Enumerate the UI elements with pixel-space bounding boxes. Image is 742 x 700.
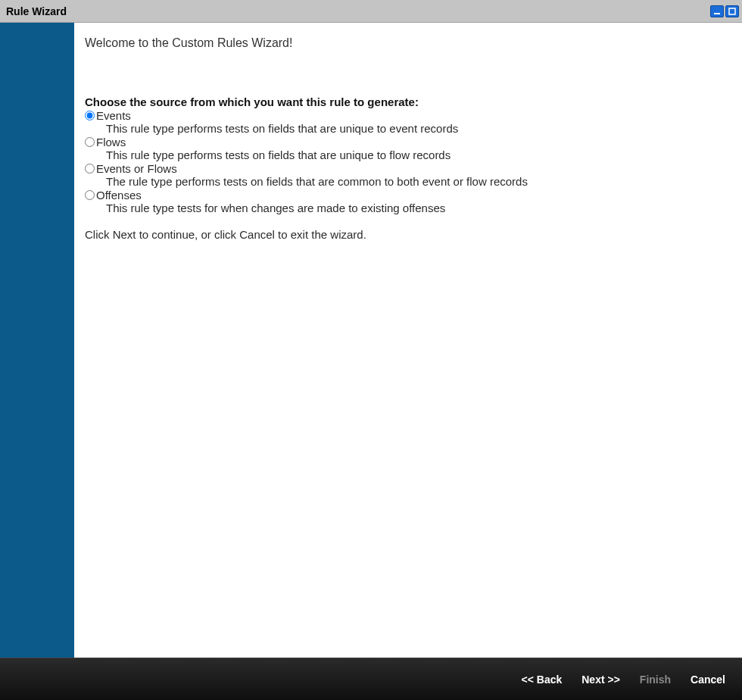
next-button[interactable]: Next >> xyxy=(581,673,620,686)
label-offenses: Offenses xyxy=(96,189,142,202)
desc-events: This rule type performs tests on fields … xyxy=(85,122,733,135)
window-controls xyxy=(710,5,739,17)
minimize-button[interactable] xyxy=(710,5,724,17)
label-flows: Flows xyxy=(96,136,126,148)
window-title: Rule Wizard xyxy=(6,5,67,17)
main-area: Welcome to the Custom Rules Wizard! Choo… xyxy=(0,23,742,658)
maximize-icon xyxy=(728,8,736,15)
label-events-or-flows: Events or Flows xyxy=(96,162,177,175)
option-flows[interactable]: Flows xyxy=(85,136,733,148)
svg-rect-1 xyxy=(729,8,735,14)
svg-rect-0 xyxy=(714,13,720,14)
cancel-button[interactable]: Cancel xyxy=(691,673,725,686)
radio-events[interactable] xyxy=(85,111,95,120)
desc-offenses: This rule type tests for when changes ar… xyxy=(85,202,733,214)
welcome-text: Welcome to the Custom Rules Wizard! xyxy=(85,36,733,50)
radio-events-or-flows[interactable] xyxy=(85,164,95,173)
option-events-or-flows[interactable]: Events or Flows xyxy=(85,162,733,175)
wizard-content: Welcome to the Custom Rules Wizard! Choo… xyxy=(74,23,742,658)
instruction-text: Choose the source from which you want th… xyxy=(85,95,733,108)
minimize-icon xyxy=(713,8,721,15)
wizard-sidebar xyxy=(0,23,74,658)
label-events: Events xyxy=(96,109,131,122)
desc-flows: This rule type performs tests on fields … xyxy=(85,148,733,161)
finish-button: Finish xyxy=(640,673,671,686)
continue-text: Click Next to continue, or click Cancel … xyxy=(85,228,733,241)
radio-offenses[interactable] xyxy=(85,190,95,200)
back-button[interactable]: << Back xyxy=(522,673,563,686)
maximize-button[interactable] xyxy=(725,5,739,17)
title-bar: Rule Wizard xyxy=(0,0,742,23)
option-events[interactable]: Events xyxy=(85,109,733,122)
option-offenses[interactable]: Offenses xyxy=(85,189,733,202)
radio-flows[interactable] xyxy=(85,137,95,147)
desc-events-or-flows: The rule type performs tests on fields t… xyxy=(85,175,733,188)
wizard-footer: << Back Next >> Finish Cancel xyxy=(0,658,742,700)
